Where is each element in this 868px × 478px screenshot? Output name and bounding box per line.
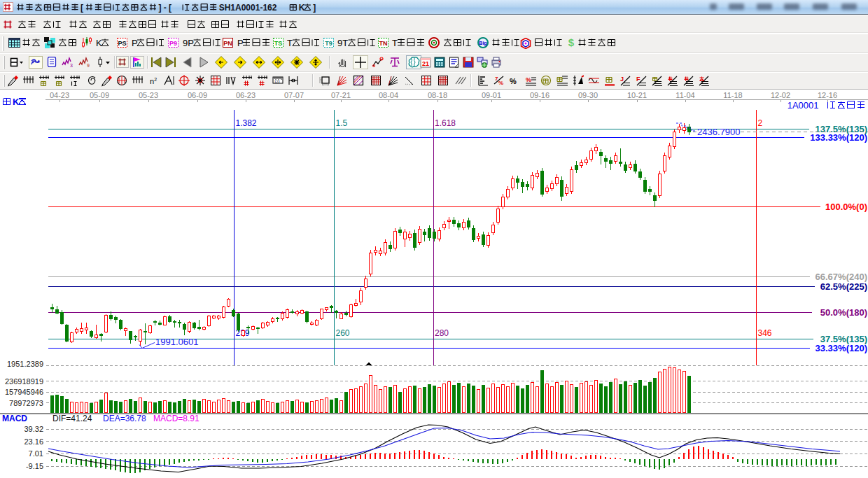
svg-text:1A0001: 1A0001 [788, 100, 819, 111]
svg-text:MACD: MACD [2, 414, 27, 423]
svg-text:1.382: 1.382 [236, 118, 257, 128]
svg-text:78972973: 78972973 [9, 399, 43, 407]
svg-text:12-16: 12-16 [818, 91, 837, 99]
svg-text:P: P [132, 38, 138, 48]
svg-text:9T: 9T [337, 38, 348, 48]
svg-text:09-30: 09-30 [578, 91, 598, 99]
svg-text:2: 2 [758, 118, 763, 128]
svg-text:260: 260 [336, 328, 350, 338]
svg-text:09-01: 09-01 [482, 91, 501, 99]
svg-text:J: J [620, 76, 624, 83]
svg-text:04-23: 04-23 [50, 91, 69, 99]
svg-text:1.5: 1.5 [336, 118, 348, 128]
svg-text:11-04: 11-04 [676, 91, 694, 99]
svg-text:DIF=41.24: DIF=41.24 [52, 414, 92, 423]
svg-text:3: 3 [70, 63, 73, 68]
svg-text:10-21: 10-21 [627, 91, 647, 99]
svg-text:157945946: 157945946 [5, 388, 43, 396]
svg-text:7.01: 7.01 [29, 449, 43, 458]
svg-text:133.33%(120): 133.33%(120) [810, 132, 867, 143]
svg-text:62.5%(225): 62.5%(225) [820, 281, 867, 292]
svg-text:06-23: 06-23 [236, 91, 255, 99]
svg-text:07-07: 07-07 [284, 91, 304, 99]
svg-text:66.67%(240): 66.67%(240) [816, 272, 867, 282]
svg-text:n2: n2 [150, 77, 157, 85]
svg-text:11-18: 11-18 [723, 91, 742, 99]
svg-text:F: F [636, 76, 640, 83]
svg-text:P: P [237, 38, 244, 48]
svg-text:21: 21 [422, 60, 429, 67]
svg-text:12-02: 12-02 [771, 91, 790, 99]
svg-text:23.16: 23.16 [24, 437, 43, 446]
svg-text:07-21: 07-21 [331, 91, 351, 99]
svg-text:DEA=36.78: DEA=36.78 [103, 414, 146, 423]
svg-text:%: % [526, 76, 531, 83]
svg-text:-9.15: -9.15 [26, 462, 43, 470]
svg-text:T: T [392, 38, 398, 48]
svg-text:1951.2389: 1951.2389 [7, 360, 43, 368]
svg-text:2436.7900: 2436.7900 [697, 127, 740, 137]
svg-text:05-09: 05-09 [90, 91, 109, 99]
svg-text:": " [232, 76, 234, 80]
svg-text:06-09: 06-09 [188, 91, 207, 99]
svg-text:1991.0601: 1991.0601 [155, 337, 198, 347]
svg-text:236918919: 236918919 [5, 377, 43, 386]
svg-text:09-16: 09-16 [530, 91, 550, 99]
svg-text:33.33%(120): 33.33%(120) [816, 343, 867, 353]
svg-text:K: K [13, 97, 20, 107]
svg-text:MACD=8.91: MACD=8.91 [153, 414, 200, 423]
svg-text:9P: 9P [183, 38, 194, 48]
svg-text:346: 346 [758, 328, 772, 338]
svg-text:50.0%(180): 50.0%(180) [820, 307, 867, 318]
svg-text:T: T [287, 38, 293, 48]
svg-text:123: 123 [274, 80, 280, 84]
svg-text:K: K [96, 38, 102, 48]
svg-text:08-18: 08-18 [428, 91, 447, 99]
svg-text:9: 9 [87, 63, 90, 68]
svg-text:280: 280 [435, 328, 449, 338]
svg-text:%: % [510, 77, 517, 85]
svg-text:05-23: 05-23 [139, 91, 158, 99]
svg-text:100.0%(0): 100.0%(0) [825, 202, 867, 212]
svg-text:39.32: 39.32 [24, 425, 43, 433]
svg-text:%: % [498, 80, 503, 86]
svg-text:08-04: 08-04 [379, 91, 398, 99]
svg-text:1.618: 1.618 [435, 118, 456, 128]
